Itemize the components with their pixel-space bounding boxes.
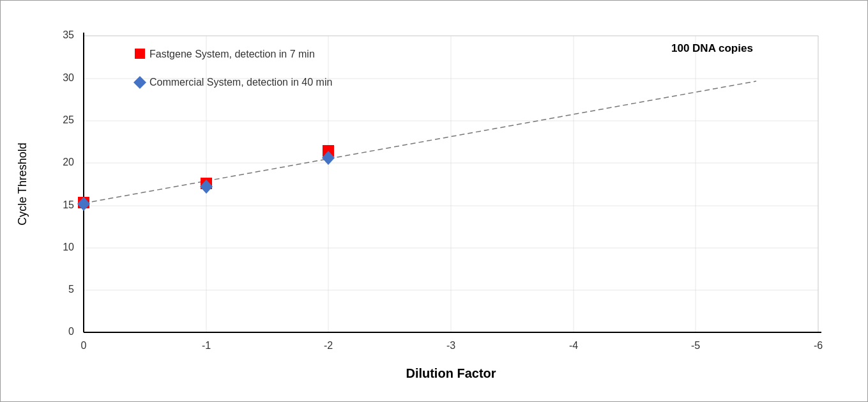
xtick-1: -1 — [202, 340, 211, 351]
legend-commercial-label: Commercial System, detection in 40 min — [149, 77, 332, 88]
legend-fastgene-label: Fastgene System, detection in 7 min — [149, 49, 315, 59]
ytick-25: 25 — [63, 114, 74, 125]
xtick-5: -5 — [691, 340, 700, 351]
ytick-15: 15 — [63, 199, 74, 210]
xtick-0: 0 — [81, 340, 87, 351]
chart-container: 0 5 10 15 20 25 30 35 0 -1 -2 -3 -4 -5 -… — [0, 0, 868, 402]
chart-svg: 0 5 10 15 20 25 30 35 0 -1 -2 -3 -4 -5 -… — [1, 1, 868, 402]
ytick-10: 10 — [63, 242, 74, 252]
annotation-100-dna: 100 DNA copies — [671, 42, 753, 54]
xtick-6: -6 — [814, 340, 823, 351]
xtick-2: -2 — [324, 340, 333, 351]
ytick-30: 30 — [63, 72, 74, 83]
y-axis-label: Cycle Threshold — [16, 143, 29, 226]
ytick-5: 5 — [68, 284, 74, 295]
xtick-3: -3 — [446, 340, 455, 351]
x-axis-label: Dilution Factor — [406, 366, 496, 380]
xtick-4: -4 — [569, 340, 578, 351]
ytick-35: 35 — [63, 29, 74, 40]
ytick-20: 20 — [63, 157, 74, 167]
ytick-0: 0 — [68, 326, 74, 337]
legend-fastgene-icon — [135, 49, 145, 59]
